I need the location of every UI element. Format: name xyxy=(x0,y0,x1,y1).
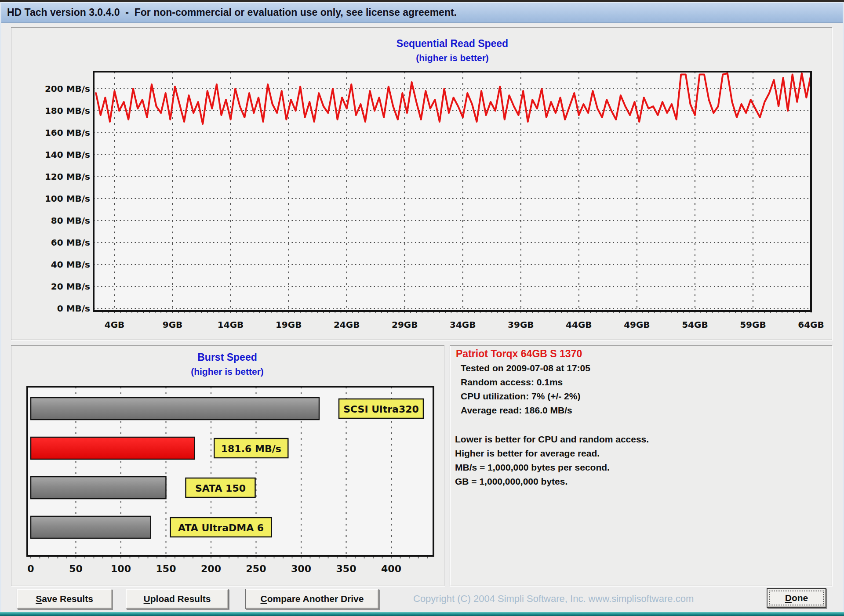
svg-text:34GB: 34GB xyxy=(450,319,476,330)
svg-text:40 MB/s: 40 MB/s xyxy=(51,259,90,270)
svg-text:64GB: 64GB xyxy=(798,319,824,330)
app-title-line: HD Tach version 3.0.4.0 - For non-commer… xyxy=(1,7,457,18)
average-read-line: Average read: 186.0 MB/s xyxy=(461,405,572,416)
svg-text:100: 100 xyxy=(111,563,131,574)
tested-on-line: Tested on 2009-07-08 at 17:05 xyxy=(461,363,590,373)
svg-text:ATA UltraDMA 6: ATA UltraDMA 6 xyxy=(178,522,264,533)
license-note: - For non-commercial or evaluation use o… xyxy=(120,7,457,18)
svg-text:181.6 MB/s: 181.6 MB/s xyxy=(221,443,281,454)
svg-text:160 MB/s: 160 MB/s xyxy=(45,127,90,138)
svg-text:39GB: 39GB xyxy=(508,319,534,330)
svg-text:200 MB/s: 200 MB/s xyxy=(45,83,90,94)
svg-text:54GB: 54GB xyxy=(682,319,708,330)
svg-text:0 MB/s: 0 MB/s xyxy=(57,303,90,314)
svg-text:29GB: 29GB xyxy=(392,319,418,330)
svg-text:49GB: 49GB xyxy=(624,319,650,330)
svg-text:250: 250 xyxy=(246,563,266,574)
svg-text:100 MB/s: 100 MB/s xyxy=(45,193,90,204)
svg-text:24GB: 24GB xyxy=(334,319,360,330)
random-access-line: Random access: 0.1ms xyxy=(461,377,563,388)
upload-results-button[interactable]: Upload Results xyxy=(126,589,229,609)
svg-text:59GB: 59GB xyxy=(740,319,766,330)
note-line: Lower is better for CPU and random acces… xyxy=(455,434,649,445)
svg-text:9GB: 9GB xyxy=(163,319,183,330)
note-line: Higher is better for average read. xyxy=(455,448,600,459)
app-title: HD Tach version 3.0.4.0 xyxy=(7,7,120,18)
svg-text:150: 150 xyxy=(156,563,176,574)
svg-text:350: 350 xyxy=(336,563,357,574)
svg-text:19GB: 19GB xyxy=(276,319,302,330)
svg-text:4GB: 4GB xyxy=(105,319,125,330)
svg-text:120 MB/s: 120 MB/s xyxy=(45,171,90,182)
svg-text:180 MB/s: 180 MB/s xyxy=(45,105,90,116)
drive-name: Patriot Torqx 64GB S 1370 xyxy=(456,348,582,360)
save-results-button[interactable]: Save Results xyxy=(17,589,112,609)
window-left-edge xyxy=(0,2,1,613)
svg-text:300: 300 xyxy=(291,563,311,574)
svg-text:44GB: 44GB xyxy=(566,319,592,330)
svg-text:60 MB/s: 60 MB/s xyxy=(51,237,90,248)
svg-text:50: 50 xyxy=(69,563,83,574)
compare-another-drive-button[interactable]: Compare Another Drive xyxy=(245,589,379,609)
svg-text:140 MB/s: 140 MB/s xyxy=(45,149,90,160)
svg-text:200: 200 xyxy=(201,563,221,574)
svg-text:80 MB/s: 80 MB/s xyxy=(51,215,90,226)
svg-text:SCSI Ultra320: SCSI Ultra320 xyxy=(343,404,419,415)
sequential-read-chart: 0 MB/s20 MB/s40 MB/s60 MB/s80 MB/s100 MB… xyxy=(11,27,831,339)
window-bottom-edge xyxy=(0,612,844,616)
done-button[interactable]: Done xyxy=(767,588,826,608)
copyright-text: Copyright (C) 2004 Simpli Software, Inc.… xyxy=(413,593,694,605)
svg-text:20 MB/s: 20 MB/s xyxy=(51,281,90,292)
svg-text:14GB: 14GB xyxy=(218,319,244,330)
svg-text:0: 0 xyxy=(27,563,34,574)
cpu-utilization-line: CPU utilization: 7% (+/- 2%) xyxy=(461,391,580,402)
focus-ring xyxy=(769,591,824,605)
title-bar: HD Tach version 3.0.4.0 - For non-commer… xyxy=(1,2,843,23)
note-line: GB = 1,000,000,000 bytes. xyxy=(455,476,568,487)
svg-text:400: 400 xyxy=(381,563,401,574)
svg-text:SATA 150: SATA 150 xyxy=(195,483,246,494)
note-line: MB/s = 1,000,000 bytes per second. xyxy=(455,462,610,473)
burst-speed-chart: SCSI Ultra320181.6 MB/sSATA 150ATA Ultra… xyxy=(11,345,444,585)
